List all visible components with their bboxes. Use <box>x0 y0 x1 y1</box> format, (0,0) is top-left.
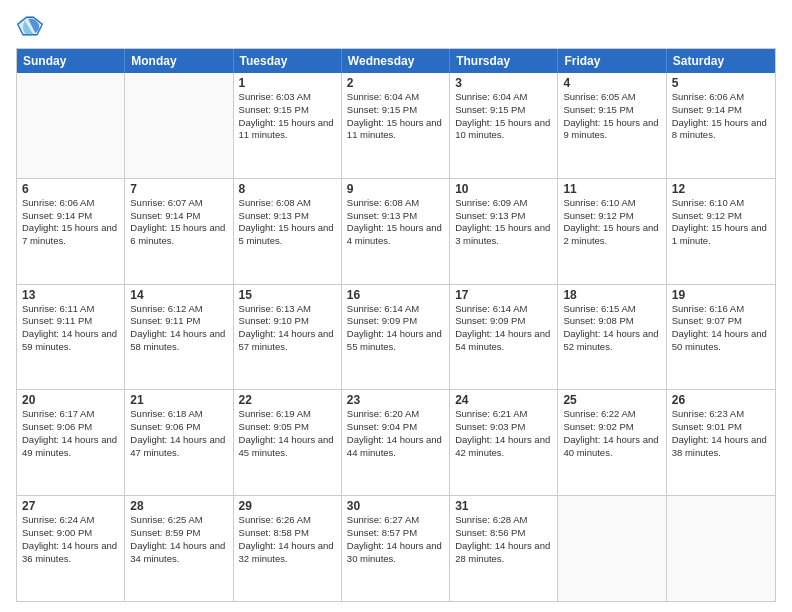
calendar-cell: 1Sunrise: 6:03 AM Sunset: 9:15 PM Daylig… <box>234 73 342 178</box>
calendar-body: 1Sunrise: 6:03 AM Sunset: 9:15 PM Daylig… <box>17 73 775 601</box>
day-info: Sunrise: 6:06 AM Sunset: 9:14 PM Dayligh… <box>672 91 770 142</box>
calendar-cell: 26Sunrise: 6:23 AM Sunset: 9:01 PM Dayli… <box>667 390 775 495</box>
day-number: 11 <box>563 182 660 196</box>
day-number: 22 <box>239 393 336 407</box>
day-number: 2 <box>347 76 444 90</box>
day-info: Sunrise: 6:05 AM Sunset: 9:15 PM Dayligh… <box>563 91 660 142</box>
calendar-cell <box>558 496 666 601</box>
day-number: 13 <box>22 288 119 302</box>
day-info: Sunrise: 6:03 AM Sunset: 9:15 PM Dayligh… <box>239 91 336 142</box>
calendar-cell: 14Sunrise: 6:12 AM Sunset: 9:11 PM Dayli… <box>125 285 233 390</box>
calendar-cell <box>667 496 775 601</box>
day-info: Sunrise: 6:23 AM Sunset: 9:01 PM Dayligh… <box>672 408 770 459</box>
calendar-cell: 13Sunrise: 6:11 AM Sunset: 9:11 PM Dayli… <box>17 285 125 390</box>
day-number: 6 <box>22 182 119 196</box>
calendar-cell: 18Sunrise: 6:15 AM Sunset: 9:08 PM Dayli… <box>558 285 666 390</box>
day-number: 29 <box>239 499 336 513</box>
day-info: Sunrise: 6:08 AM Sunset: 9:13 PM Dayligh… <box>239 197 336 248</box>
header <box>16 12 776 40</box>
day-info: Sunrise: 6:11 AM Sunset: 9:11 PM Dayligh… <box>22 303 119 354</box>
day-info: Sunrise: 6:10 AM Sunset: 9:12 PM Dayligh… <box>563 197 660 248</box>
day-info: Sunrise: 6:21 AM Sunset: 9:03 PM Dayligh… <box>455 408 552 459</box>
day-number: 27 <box>22 499 119 513</box>
calendar-row-0: 1Sunrise: 6:03 AM Sunset: 9:15 PM Daylig… <box>17 73 775 179</box>
day-info: Sunrise: 6:09 AM Sunset: 9:13 PM Dayligh… <box>455 197 552 248</box>
day-number: 24 <box>455 393 552 407</box>
day-info: Sunrise: 6:14 AM Sunset: 9:09 PM Dayligh… <box>455 303 552 354</box>
day-info: Sunrise: 6:25 AM Sunset: 8:59 PM Dayligh… <box>130 514 227 565</box>
calendar-cell: 23Sunrise: 6:20 AM Sunset: 9:04 PM Dayli… <box>342 390 450 495</box>
calendar-cell: 5Sunrise: 6:06 AM Sunset: 9:14 PM Daylig… <box>667 73 775 178</box>
day-info: Sunrise: 6:12 AM Sunset: 9:11 PM Dayligh… <box>130 303 227 354</box>
day-info: Sunrise: 6:28 AM Sunset: 8:56 PM Dayligh… <box>455 514 552 565</box>
calendar-cell: 7Sunrise: 6:07 AM Sunset: 9:14 PM Daylig… <box>125 179 233 284</box>
day-info: Sunrise: 6:26 AM Sunset: 8:58 PM Dayligh… <box>239 514 336 565</box>
day-info: Sunrise: 6:17 AM Sunset: 9:06 PM Dayligh… <box>22 408 119 459</box>
day-info: Sunrise: 6:18 AM Sunset: 9:06 PM Dayligh… <box>130 408 227 459</box>
day-info: Sunrise: 6:08 AM Sunset: 9:13 PM Dayligh… <box>347 197 444 248</box>
calendar-cell: 27Sunrise: 6:24 AM Sunset: 9:00 PM Dayli… <box>17 496 125 601</box>
day-number: 16 <box>347 288 444 302</box>
day-info: Sunrise: 6:07 AM Sunset: 9:14 PM Dayligh… <box>130 197 227 248</box>
day-number: 23 <box>347 393 444 407</box>
day-number: 14 <box>130 288 227 302</box>
header-day-thursday: Thursday <box>450 49 558 73</box>
day-number: 21 <box>130 393 227 407</box>
day-number: 12 <box>672 182 770 196</box>
calendar-cell <box>125 73 233 178</box>
day-info: Sunrise: 6:24 AM Sunset: 9:00 PM Dayligh… <box>22 514 119 565</box>
page: SundayMondayTuesdayWednesdayThursdayFrid… <box>0 0 792 612</box>
day-number: 30 <box>347 499 444 513</box>
calendar-cell: 15Sunrise: 6:13 AM Sunset: 9:10 PM Dayli… <box>234 285 342 390</box>
calendar-cell: 24Sunrise: 6:21 AM Sunset: 9:03 PM Dayli… <box>450 390 558 495</box>
day-info: Sunrise: 6:10 AM Sunset: 9:12 PM Dayligh… <box>672 197 770 248</box>
calendar-cell: 6Sunrise: 6:06 AM Sunset: 9:14 PM Daylig… <box>17 179 125 284</box>
calendar-cell: 16Sunrise: 6:14 AM Sunset: 9:09 PM Dayli… <box>342 285 450 390</box>
day-number: 10 <box>455 182 552 196</box>
calendar-cell: 4Sunrise: 6:05 AM Sunset: 9:15 PM Daylig… <box>558 73 666 178</box>
calendar-cell: 3Sunrise: 6:04 AM Sunset: 9:15 PM Daylig… <box>450 73 558 178</box>
day-number: 1 <box>239 76 336 90</box>
day-info: Sunrise: 6:19 AM Sunset: 9:05 PM Dayligh… <box>239 408 336 459</box>
calendar-row-4: 27Sunrise: 6:24 AM Sunset: 9:00 PM Dayli… <box>17 496 775 601</box>
day-info: Sunrise: 6:27 AM Sunset: 8:57 PM Dayligh… <box>347 514 444 565</box>
header-day-sunday: Sunday <box>17 49 125 73</box>
day-info: Sunrise: 6:13 AM Sunset: 9:10 PM Dayligh… <box>239 303 336 354</box>
calendar-cell: 30Sunrise: 6:27 AM Sunset: 8:57 PM Dayli… <box>342 496 450 601</box>
header-day-saturday: Saturday <box>667 49 775 73</box>
calendar-row-1: 6Sunrise: 6:06 AM Sunset: 9:14 PM Daylig… <box>17 179 775 285</box>
day-info: Sunrise: 6:04 AM Sunset: 9:15 PM Dayligh… <box>347 91 444 142</box>
day-number: 20 <box>22 393 119 407</box>
calendar-header: SundayMondayTuesdayWednesdayThursdayFrid… <box>17 49 775 73</box>
calendar-cell: 20Sunrise: 6:17 AM Sunset: 9:06 PM Dayli… <box>17 390 125 495</box>
day-info: Sunrise: 6:22 AM Sunset: 9:02 PM Dayligh… <box>563 408 660 459</box>
calendar-cell: 17Sunrise: 6:14 AM Sunset: 9:09 PM Dayli… <box>450 285 558 390</box>
calendar-row-2: 13Sunrise: 6:11 AM Sunset: 9:11 PM Dayli… <box>17 285 775 391</box>
calendar-cell: 25Sunrise: 6:22 AM Sunset: 9:02 PM Dayli… <box>558 390 666 495</box>
calendar-cell <box>17 73 125 178</box>
day-number: 5 <box>672 76 770 90</box>
calendar-cell: 8Sunrise: 6:08 AM Sunset: 9:13 PM Daylig… <box>234 179 342 284</box>
day-number: 4 <box>563 76 660 90</box>
header-day-tuesday: Tuesday <box>234 49 342 73</box>
calendar-cell: 19Sunrise: 6:16 AM Sunset: 9:07 PM Dayli… <box>667 285 775 390</box>
calendar: SundayMondayTuesdayWednesdayThursdayFrid… <box>16 48 776 602</box>
day-info: Sunrise: 6:16 AM Sunset: 9:07 PM Dayligh… <box>672 303 770 354</box>
calendar-cell: 31Sunrise: 6:28 AM Sunset: 8:56 PM Dayli… <box>450 496 558 601</box>
day-info: Sunrise: 6:20 AM Sunset: 9:04 PM Dayligh… <box>347 408 444 459</box>
calendar-cell: 22Sunrise: 6:19 AM Sunset: 9:05 PM Dayli… <box>234 390 342 495</box>
calendar-cell: 2Sunrise: 6:04 AM Sunset: 9:15 PM Daylig… <box>342 73 450 178</box>
day-number: 9 <box>347 182 444 196</box>
day-number: 31 <box>455 499 552 513</box>
day-number: 17 <box>455 288 552 302</box>
day-info: Sunrise: 6:06 AM Sunset: 9:14 PM Dayligh… <box>22 197 119 248</box>
day-info: Sunrise: 6:04 AM Sunset: 9:15 PM Dayligh… <box>455 91 552 142</box>
day-number: 7 <box>130 182 227 196</box>
calendar-cell: 10Sunrise: 6:09 AM Sunset: 9:13 PM Dayli… <box>450 179 558 284</box>
day-number: 18 <box>563 288 660 302</box>
calendar-cell: 9Sunrise: 6:08 AM Sunset: 9:13 PM Daylig… <box>342 179 450 284</box>
calendar-cell: 28Sunrise: 6:25 AM Sunset: 8:59 PM Dayli… <box>125 496 233 601</box>
day-info: Sunrise: 6:14 AM Sunset: 9:09 PM Dayligh… <box>347 303 444 354</box>
day-info: Sunrise: 6:15 AM Sunset: 9:08 PM Dayligh… <box>563 303 660 354</box>
header-day-wednesday: Wednesday <box>342 49 450 73</box>
